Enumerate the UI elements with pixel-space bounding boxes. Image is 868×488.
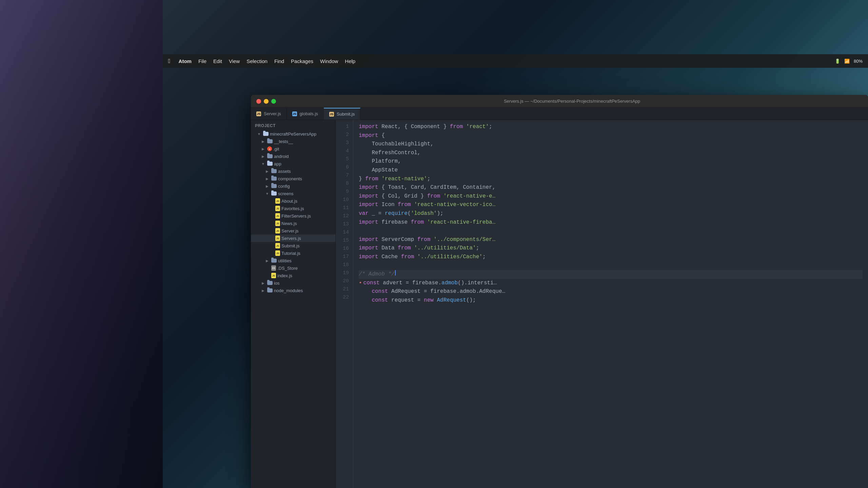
line-num-6: 6 (336, 163, 353, 171)
file-icon-tutorial: JS (275, 250, 280, 256)
file-icon-index: JS (271, 273, 276, 278)
gutter-dot: • (359, 279, 362, 288)
battery-percent: 80% (854, 59, 863, 64)
code-line-21: const request = new AdRequest (); (359, 296, 863, 305)
tree-item-index[interactable]: JS index.js (251, 272, 335, 279)
tree-label-nodemodules: node_modules (274, 288, 303, 293)
code-line-4: RefreshControl, (359, 149, 863, 158)
menubar-file[interactable]: File (198, 58, 206, 64)
menubar-packages[interactable]: Packages (291, 58, 313, 64)
close-button[interactable] (256, 99, 261, 104)
tab-submit-js[interactable]: JS Submit.js (324, 108, 360, 120)
menubar-find[interactable]: Find (274, 58, 284, 64)
menubar-help[interactable]: Help (345, 58, 355, 64)
menubar-selection[interactable]: Selection (246, 58, 268, 64)
line-num-11: 11 (336, 204, 353, 212)
code-line-6: AppState (359, 166, 863, 175)
tab-globals-js[interactable]: JS globals.js (287, 108, 324, 120)
folder-icon-app (267, 162, 273, 166)
code-line-1: import React, { Component } from 'react'… (359, 123, 863, 131)
tab-icon-submit-js: JS (329, 112, 334, 117)
arrow-ios (260, 280, 266, 286)
tree-item-app[interactable]: app (251, 160, 335, 167)
tab-label-globals-js: globals.js (300, 111, 318, 116)
code-line-18: /* Admob */ (359, 270, 863, 279)
line-num-22: 22 (336, 293, 353, 302)
tree-item-components[interactable]: components (251, 175, 335, 182)
arrow-submit (269, 243, 274, 248)
tree-item-screens[interactable]: screens (251, 190, 335, 197)
tree-label-ios: ios (274, 281, 280, 286)
tree-item-ios[interactable]: ios (251, 279, 335, 287)
tree-label-git: .git (273, 146, 279, 151)
arrow-news (269, 221, 274, 226)
code-line-3: TouchableHighlight, (359, 140, 863, 149)
apple-logo[interactable]:  (168, 58, 171, 65)
tree-label-tests: __tests__ (274, 139, 293, 144)
git-icon: ● (267, 146, 272, 151)
file-icon-dsstore: DS (271, 265, 276, 271)
tree-item-filterservers[interactable]: JS FilterServers.js (251, 212, 335, 220)
code-content: 1 2 3 4 5 6 7 8 9 10 11 12 13 14 15 16 1 (336, 120, 868, 488)
code-line-7: } from 'react-native' ; (359, 175, 863, 184)
tree-item-servers[interactable]: JS Servers.js (251, 235, 335, 242)
line-num-7: 7 (336, 171, 353, 180)
tree-item-utilities[interactable]: utilities (251, 257, 335, 264)
minimize-button[interactable] (264, 99, 269, 104)
tree-item-submit[interactable]: JS Submit.js (251, 242, 335, 249)
menubar-view[interactable]: View (229, 58, 240, 64)
tree-item-git[interactable]: ● .git (251, 145, 335, 152)
line-num-8: 8 (336, 180, 353, 188)
tree-label-server: Server.js (281, 228, 299, 233)
folder-icon-config (271, 184, 277, 188)
arrow-assets (264, 168, 270, 174)
tab-server-js[interactable]: JS Server.js (251, 108, 287, 120)
tree-item-favorites[interactable]: JS Favorites.js (251, 205, 335, 212)
tree-item-nodemodules[interactable]: node_modules (251, 287, 335, 294)
kw-import-1: import (359, 123, 378, 131)
arrow-app (260, 161, 266, 166)
arrow-root (256, 131, 262, 137)
arrow-nodemodules (260, 288, 266, 293)
arrow-git (260, 146, 266, 151)
tree-item-tutorial[interactable]: JS Tutorial.js (251, 249, 335, 257)
menubar-edit[interactable]: Edit (213, 58, 222, 64)
tree-item-about[interactable]: JS About.js (251, 197, 335, 205)
line-num-9: 9 (336, 188, 353, 196)
line-num-20: 20 (336, 277, 353, 285)
code-editor[interactable]: 1 2 3 4 5 6 7 8 9 10 11 12 13 14 15 16 1 (336, 120, 868, 488)
code-lines: import React, { Component } from 'react'… (353, 120, 868, 488)
code-line-20: const AdRequest = firebase.admob.AdReque… (359, 287, 863, 296)
left-overlay (0, 0, 163, 488)
arrow-utilities (264, 258, 270, 263)
tree-item-news[interactable]: JS News.js (251, 220, 335, 227)
tree-label-news: News.js (281, 221, 297, 226)
menubar-window[interactable]: Window (320, 58, 338, 64)
tree-label-root: minecraftPeServersApp (270, 131, 316, 137)
line-num-18: 18 (336, 261, 353, 269)
tree-item-tests[interactable]: __tests__ (251, 138, 335, 145)
arrow-components (264, 176, 270, 181)
folder-icon-screens (271, 191, 277, 196)
tree-item-dsstore[interactable]: DS .DS_Store (251, 264, 335, 272)
tab-label-submit-js: Submit.js (337, 111, 355, 117)
tree-item-root[interactable]: minecraftPeServersApp (251, 130, 335, 138)
folder-icon-ios (267, 281, 273, 285)
menubar-status: 🔋 📶 80% (835, 59, 863, 64)
tree-item-android[interactable]: android (251, 152, 335, 160)
file-tree: Project minecraftPeServersApp __tests__ … (251, 120, 336, 488)
tab-icon-globals-js: JS (292, 111, 297, 116)
line-num-15: 15 (336, 237, 353, 245)
line-num-19: 19 (336, 269, 353, 277)
tree-label-filterservers: FilterServers.js (281, 214, 311, 219)
folder-icon-components (271, 177, 277, 181)
code-line-10: import Icon from 'react-native-vector-ic… (359, 201, 863, 209)
line-num-14: 14 (336, 228, 353, 237)
maximize-button[interactable] (271, 99, 276, 104)
file-icon-favorites: JS (275, 206, 280, 211)
tree-item-server[interactable]: JS Server.js (251, 227, 335, 235)
tree-item-assets[interactable]: assets (251, 167, 335, 175)
menubar-atom[interactable]: Atom (179, 58, 192, 64)
line-num-10: 10 (336, 196, 353, 204)
tree-item-config[interactable]: config (251, 182, 335, 190)
